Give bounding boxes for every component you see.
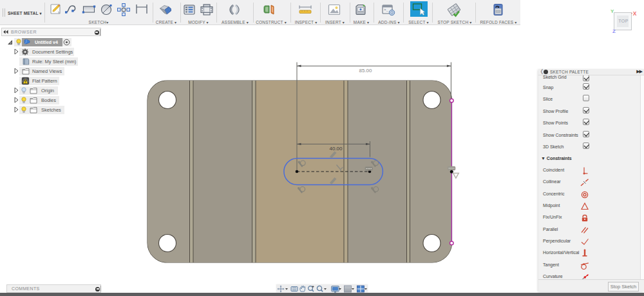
svg-text:85.00: 85.00	[359, 68, 372, 74]
svg-text:40.00: 40.00	[329, 146, 343, 152]
svg-text:>_: >_	[384, 8, 389, 12]
